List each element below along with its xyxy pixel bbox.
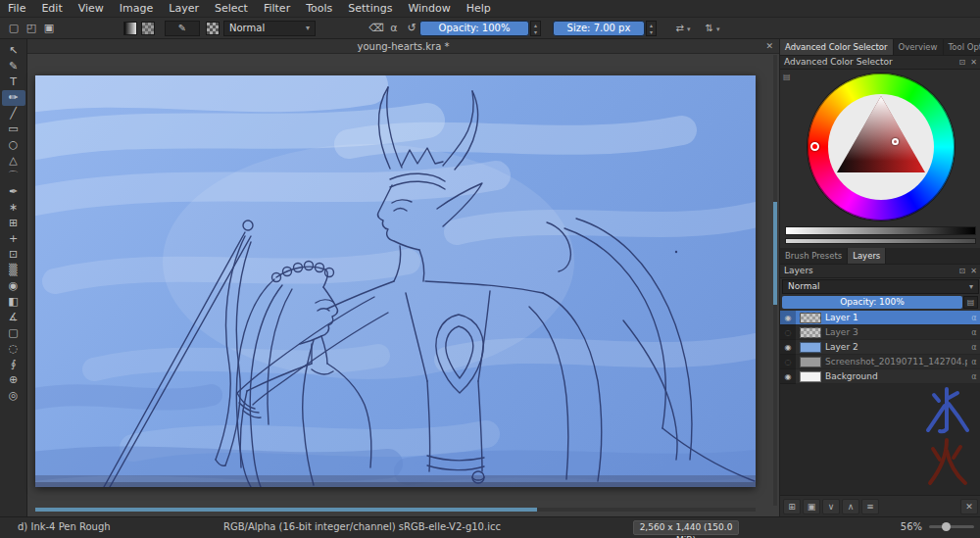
alpha-lock-icon[interactable]: α: [386, 21, 402, 36]
text-tool-icon[interactable]: T: [2, 74, 25, 90]
gradient-tool-icon[interactable]: ▒: [2, 263, 25, 278]
mirror-horizontal-button[interactable]: ⇄ ▾: [670, 21, 696, 36]
rect-select-tool-icon[interactable]: ▢: [2, 325, 25, 341]
move-layer-down-button[interactable]: ∨: [822, 499, 840, 514]
opacity-spinner[interactable]: ▴ ▾: [530, 21, 541, 36]
delete-layer-button[interactable]: ✕: [960, 499, 978, 514]
layer-row[interactable]: ◌ Screenshot_20190711_142704.png α: [780, 355, 980, 369]
ellipse-tool-icon[interactable]: ○: [2, 137, 25, 153]
layer-visibility-icon[interactable]: ◉: [780, 311, 796, 325]
zoom-slider[interactable]: [929, 525, 974, 528]
menu-window[interactable]: Window: [400, 0, 458, 18]
close-document-icon[interactable]: ✕: [765, 39, 773, 54]
checker-icon[interactable]: [206, 22, 220, 35]
duplicate-layer-button[interactable]: ▣: [803, 499, 820, 514]
menu-view[interactable]: View: [71, 0, 112, 18]
alpha-inherit-icon[interactable]: α: [967, 314, 980, 322]
close-docker-icon[interactable]: ✕: [970, 265, 977, 277]
h-scrollbar[interactable]: [35, 508, 537, 512]
h-scrollbar-track[interactable]: [35, 508, 756, 512]
rectangle-tool-icon[interactable]: ▭: [2, 122, 25, 137]
alpha-inherit-icon[interactable]: α: [967, 358, 980, 367]
line-tool-icon[interactable]: ╱: [2, 106, 25, 122]
layer-properties-button[interactable]: ≡: [861, 499, 879, 514]
zoom-tool-icon[interactable]: ⊕: [2, 372, 25, 388]
shade-strip-secondary[interactable]: [785, 238, 976, 244]
pan-tool-icon[interactable]: ◎: [2, 388, 25, 404]
brush-editor-button[interactable]: ✎: [165, 21, 200, 36]
menu-file[interactable]: File: [0, 0, 33, 18]
color-selector-settings-icon[interactable]: ▤: [783, 73, 791, 81]
pattern-swatch[interactable]: [141, 22, 155, 35]
size-spinner[interactable]: ▴ ▾: [646, 21, 657, 36]
alpha-inherit-icon[interactable]: α: [967, 343, 980, 352]
dynamic-brush-tool-icon[interactable]: ✒: [2, 184, 25, 200]
move-layer-up-button[interactable]: ∧: [842, 499, 859, 514]
layer-visibility-icon[interactable]: ◉: [780, 369, 796, 384]
menu-image[interactable]: Image: [112, 0, 161, 18]
crop-tool-icon[interactable]: ⊡: [2, 247, 25, 263]
menu-settings[interactable]: Settings: [340, 0, 400, 18]
canvas-size-badge[interactable]: 2,560 x 1,440 (150.0 MiB): [633, 520, 739, 535]
mirror-vertical-button[interactable]: ⇅ ▾: [700, 21, 725, 36]
layer-row[interactable]: ◉ Background α: [780, 369, 980, 384]
layer-row[interactable]: ◉ Layer 1 α: [780, 311, 980, 325]
float-docker-icon[interactable]: ⊡: [959, 56, 966, 69]
layer-row[interactable]: ◌ Layer 3 α: [780, 325, 980, 340]
hue-marker[interactable]: [810, 142, 819, 151]
brush-size-slider[interactable]: Size: 7.00 px: [553, 21, 645, 36]
bezier-curve-tool-icon[interactable]: ⌒: [2, 169, 25, 184]
color-sampler-tool-icon[interactable]: ◉: [2, 278, 25, 294]
menu-tools[interactable]: Tools: [298, 0, 340, 18]
new-document-icon[interactable]: ▢: [6, 21, 22, 36]
zoom-slider-handle[interactable]: [942, 522, 951, 531]
tab-brush-presets[interactable]: Brush Presets: [780, 248, 848, 264]
layer-blend-mode-dropdown[interactable]: Normal ▾: [782, 279, 979, 294]
fill-tool-icon[interactable]: ◧: [2, 294, 25, 310]
gradient-swatch[interactable]: [123, 22, 137, 35]
tab-tool-options[interactable]: Tool Options: [944, 39, 980, 55]
menu-select[interactable]: Select: [207, 0, 256, 18]
menu-edit[interactable]: Edit: [33, 0, 70, 18]
layer-visibility-icon[interactable]: ◌: [780, 325, 796, 340]
tab-advanced-color-selector[interactable]: Advanced Color Selector: [780, 39, 894, 55]
opacity-slider[interactable]: Opacity: 100%: [419, 21, 529, 36]
color-wheel[interactable]: [808, 73, 955, 220]
canvas[interactable]: [35, 75, 756, 487]
color-selector-docker-header[interactable]: Advanced Color Selector ⊡ ✕: [780, 55, 980, 70]
tab-layers[interactable]: Layers: [848, 248, 886, 264]
add-layer-button[interactable]: ⊞: [783, 499, 801, 514]
freehand-brush-tool-icon[interactable]: ✏: [2, 90, 25, 106]
color-marker[interactable]: [892, 138, 899, 145]
blend-mode-dropdown[interactable]: Normal ▾: [223, 21, 316, 36]
measure-tool-icon[interactable]: ∡: [2, 310, 25, 325]
eraser-mode-icon[interactable]: ⌫: [368, 21, 384, 36]
v-scrollbar[interactable]: [773, 202, 777, 305]
reload-preset-icon[interactable]: ↺: [404, 21, 419, 36]
polygon-tool-icon[interactable]: △: [2, 153, 25, 169]
tab-overview[interactable]: Overview: [894, 39, 944, 55]
multibrush-tool-icon[interactable]: ∗: [2, 200, 25, 216]
layer-opacity-slider[interactable]: Opacity: 100%: [782, 296, 962, 309]
menu-layer[interactable]: Layer: [161, 0, 207, 18]
alpha-inherit-icon[interactable]: α: [967, 328, 980, 337]
shade-strip[interactable]: [785, 226, 976, 235]
alpha-inherit-icon[interactable]: α: [967, 372, 980, 381]
freehand-select-tool-icon[interactable]: ∮: [2, 357, 25, 372]
select-shapes-tool-icon[interactable]: ↖: [2, 43, 25, 59]
ellipse-select-tool-icon[interactable]: ◌: [2, 341, 25, 357]
menu-help[interactable]: Help: [459, 0, 499, 18]
layer-filter-icon[interactable]: ▤: [963, 296, 978, 309]
move-tool-icon[interactable]: +: [2, 231, 25, 247]
float-docker-icon[interactable]: ⊡: [959, 265, 966, 277]
v-scrollbar-track[interactable]: [773, 55, 777, 506]
transform-tool-icon[interactable]: ⊞: [2, 216, 25, 231]
edit-shapes-tool-icon[interactable]: ✎: [2, 59, 25, 74]
close-docker-icon[interactable]: ✕: [970, 56, 977, 69]
layer-visibility-icon[interactable]: ◌: [780, 355, 796, 369]
document-titlebar[interactable]: young-hearts.kra * ✕: [27, 39, 779, 54]
open-document-icon[interactable]: ◰: [24, 21, 39, 36]
layers-docker-header[interactable]: Layers ⊡ ✕: [780, 264, 980, 278]
layer-row[interactable]: ◉ Layer 2 α: [780, 340, 980, 355]
save-document-icon[interactable]: ▣: [41, 21, 57, 36]
